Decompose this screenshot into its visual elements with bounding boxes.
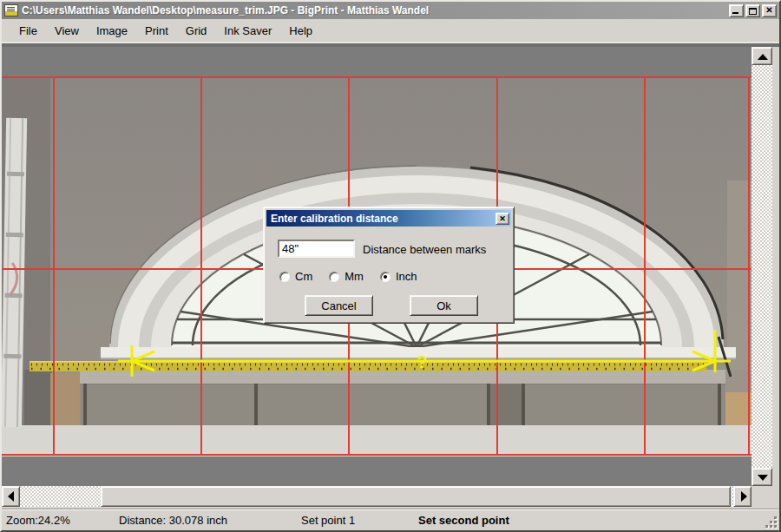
close-icon: ✕: [765, 6, 772, 15]
dialog-close-icon: ✕: [499, 214, 506, 223]
menu-file[interactable]: File: [10, 22, 46, 40]
bigprint-window: C:\Users\Matthias Wandel\Desktop\measure…: [0, 0, 781, 532]
radio-inch-icon: [380, 272, 390, 282]
menu-ink-saver[interactable]: Ink Saver: [215, 22, 280, 40]
menu-view[interactable]: View: [46, 22, 88, 40]
dialog-close-button[interactable]: ✕: [496, 213, 509, 225]
menu-print[interactable]: Print: [136, 22, 177, 40]
distance-input[interactable]: [278, 240, 355, 258]
paper-margin-strip: [2, 425, 751, 456]
unit-radio-group: Cm Mm Inch: [279, 270, 433, 283]
dialog-title-bar[interactable]: Enter calibration distance ✕: [266, 210, 511, 227]
scroll-right-icon: [741, 491, 747, 502]
menu-grid[interactable]: Grid: [177, 22, 216, 40]
scroll-up-icon: [758, 54, 768, 60]
maximize-icon: [749, 8, 757, 15]
radio-cm-label: Cm: [295, 270, 312, 283]
measurement-question-mark: ?: [417, 352, 427, 371]
window-frame-right: [772, 47, 779, 486]
scroll-left-icon: [8, 491, 14, 502]
minimize-icon: [732, 12, 738, 14]
status-zoom: Zoom:24.2%: [6, 514, 70, 527]
radio-mm-icon: [329, 272, 339, 282]
menu-bar: File View Image Print Grid Ink Saver Hel…: [2, 19, 779, 42]
status-point: Set point 1: [301, 514, 355, 527]
radio-mm[interactable]: Mm: [329, 270, 364, 283]
radio-cm-icon: [279, 272, 290, 282]
status-bar: Zoom:24.2% Distance: 30.078 inch Set poi…: [2, 509, 779, 530]
horizontal-scroll-thumb[interactable]: [101, 486, 731, 507]
maximize-button[interactable]: [745, 4, 760, 17]
close-button[interactable]: ✕: [762, 4, 777, 17]
vertical-scroll-track[interactable]: [751, 65, 772, 468]
menu-image[interactable]: Image: [88, 22, 136, 40]
cancel-button[interactable]: Cancel: [305, 295, 373, 316]
horizontal-scrollbar: [2, 486, 751, 507]
scroll-down-button[interactable]: [751, 468, 772, 486]
app-icon[interactable]: [4, 4, 18, 16]
ok-button[interactable]: Ok: [410, 295, 478, 316]
window-title: C:\Users\Matthias Wandel\Desktop\measure…: [22, 4, 727, 16]
title-bar[interactable]: C:\Users\Matthias Wandel\Desktop\measure…: [2, 2, 779, 19]
radio-mm-label: Mm: [345, 270, 364, 283]
minimize-button[interactable]: [729, 4, 744, 17]
radio-inch[interactable]: Inch: [380, 270, 417, 283]
dialog-title: Enter calibration distance: [271, 213, 496, 225]
scroll-up-button[interactable]: [751, 47, 772, 65]
radio-inch-label: Inch: [396, 270, 417, 283]
scroll-right-button[interactable]: [733, 486, 751, 507]
status-distance: Distance: 30.078 inch: [119, 514, 227, 527]
radio-cm[interactable]: Cm: [279, 270, 312, 283]
resize-grip[interactable]: [765, 516, 777, 528]
vertical-scrollbar: [751, 47, 772, 486]
scroll-down-icon: [758, 475, 768, 481]
scroll-left-button[interactable]: [2, 486, 20, 507]
scrollbar-corner: [751, 486, 779, 507]
menu-help[interactable]: Help: [280, 22, 321, 40]
distance-input-label: Distance between marks: [363, 243, 486, 256]
status-prompt: Set second point: [418, 514, 509, 527]
calibration-dialog: Enter calibration distance ✕ Distance be…: [263, 207, 515, 324]
